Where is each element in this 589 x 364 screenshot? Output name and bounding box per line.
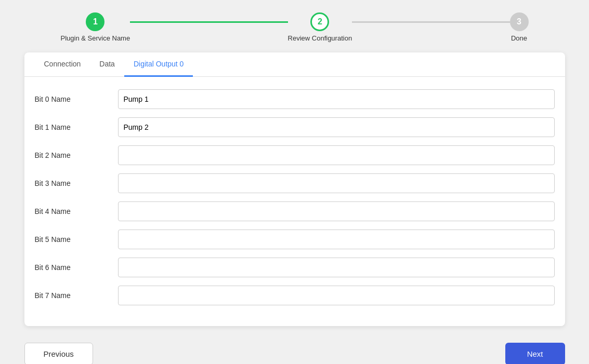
form-row-bit2: Bit 2 Name: [35, 145, 555, 165]
main-card: Connection Data Digital Output 0 Bit 0 N…: [24, 52, 565, 326]
form-row-bit4: Bit 4 Name: [35, 201, 555, 221]
step-1: 1 Plugin & Service Name: [61, 12, 130, 42]
bit0-input[interactable]: [118, 89, 555, 109]
bit5-input[interactable]: [118, 230, 555, 249]
bit7-label: Bit 7 Name: [35, 291, 118, 300]
step-3-label: Done: [511, 34, 527, 42]
form-row-bit0: Bit 0 Name: [35, 89, 555, 109]
bit4-input[interactable]: [118, 201, 555, 221]
bit4-label: Bit 4 Name: [35, 207, 118, 215]
stepper: 1 Plugin & Service Name 2 Review Configu…: [61, 0, 529, 52]
step-2: 2 Review Configuration: [288, 12, 352, 42]
form-row-bit6: Bit 6 Name: [35, 258, 555, 277]
form-row-bit5: Bit 5 Name: [35, 230, 555, 249]
step-2-circle: 2: [310, 12, 329, 31]
bit0-label: Bit 0 Name: [35, 95, 118, 103]
step-1-circle: 1: [86, 12, 104, 31]
tab-content: Bit 0 Name Bit 1 Name Bit 2 Name Bit 3 N…: [24, 77, 565, 326]
form-row-bit3: Bit 3 Name: [35, 173, 555, 193]
bit6-label: Bit 6 Name: [35, 263, 118, 272]
step-3-circle: 3: [510, 12, 529, 31]
form-row-bit7: Bit 7 Name: [35, 286, 555, 305]
bit3-label: Bit 3 Name: [35, 179, 118, 187]
tabs-header: Connection Data Digital Output 0: [24, 52, 565, 77]
form-row-bit1: Bit 1 Name: [35, 117, 555, 137]
bottom-nav: Previous Next: [24, 343, 565, 364]
next-button[interactable]: Next: [505, 343, 565, 364]
bit2-label: Bit 2 Name: [35, 151, 118, 159]
bit6-input[interactable]: [118, 258, 555, 277]
step-connector-1: [130, 21, 287, 23]
step-connector-2: [352, 21, 509, 23]
bit7-input[interactable]: [118, 286, 555, 305]
step-2-label: Review Configuration: [288, 34, 352, 42]
bit3-input[interactable]: [118, 173, 555, 193]
tab-connection[interactable]: Connection: [35, 52, 90, 77]
bit1-label: Bit 1 Name: [35, 123, 118, 131]
step-1-label: Plugin & Service Name: [61, 34, 130, 42]
tab-digital-output-0[interactable]: Digital Output 0: [124, 52, 193, 77]
bit5-label: Bit 5 Name: [35, 235, 118, 244]
bit2-input[interactable]: [118, 145, 555, 165]
tab-data[interactable]: Data: [90, 52, 124, 77]
step-3: 3 Done: [510, 12, 529, 42]
previous-button[interactable]: Previous: [24, 343, 93, 364]
bit1-input[interactable]: [118, 117, 555, 137]
